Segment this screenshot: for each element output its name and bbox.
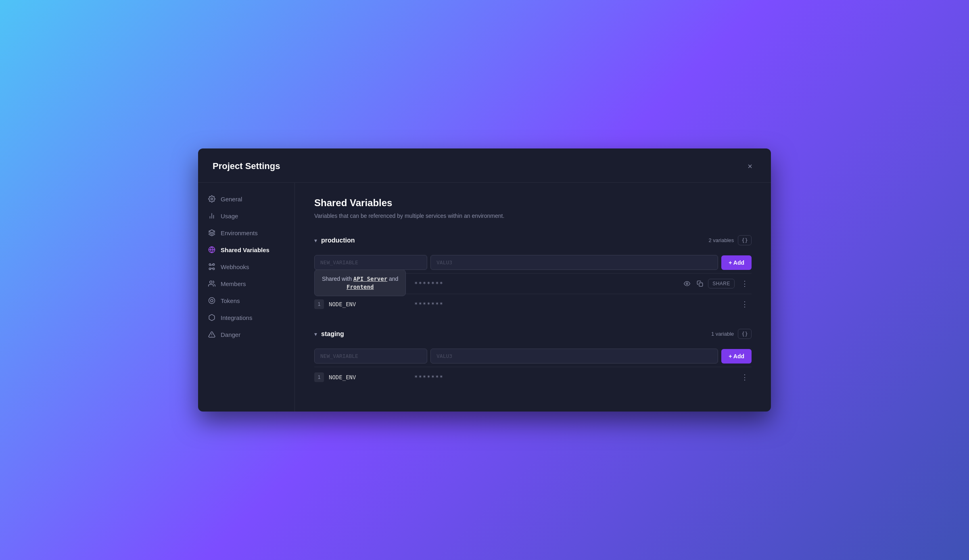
close-button[interactable]: × bbox=[743, 160, 756, 173]
sidebar-item-environments[interactable]: Environments bbox=[198, 225, 294, 241]
env-section-staging: ▾ staging 1 variable {} + Add 1 NODE_ENV… bbox=[314, 324, 752, 387]
env-json-button-staging[interactable]: {} bbox=[738, 329, 752, 339]
sidebar-label-general: General bbox=[221, 196, 242, 203]
shared-with-tooltip: Shared with API Server and Frontend bbox=[314, 270, 406, 296]
sidebar-item-shared-variables[interactable]: Shared Variables bbox=[198, 242, 294, 258]
layers-icon bbox=[208, 229, 216, 237]
modal-body: General Usage Environments bbox=[198, 183, 771, 412]
svg-point-13 bbox=[211, 299, 213, 302]
svg-point-11 bbox=[210, 281, 212, 283]
bar-chart-icon bbox=[208, 212, 216, 220]
sidebar-label-tokens: Tokens bbox=[221, 297, 240, 304]
var-name: NODE_ENV bbox=[329, 301, 409, 307]
table-row: 2 DISCORD_KEY ******* bbox=[314, 273, 752, 294]
new-variable-value-input-production[interactable] bbox=[430, 255, 718, 270]
svg-point-8 bbox=[209, 268, 211, 270]
sidebar-item-danger[interactable]: Danger bbox=[198, 326, 294, 343]
svg-point-16 bbox=[686, 283, 688, 284]
sidebar-label-integrations: Integrations bbox=[221, 314, 252, 321]
main-content: Shared Variables Variables that can be r… bbox=[295, 183, 771, 412]
tooltip-text-mid: and bbox=[387, 276, 398, 282]
gear-icon bbox=[208, 195, 216, 203]
project-settings-modal: Project Settings × General bbox=[198, 148, 771, 412]
sidebar-item-webhooks[interactable]: Webhooks bbox=[198, 259, 294, 275]
var-actions: SHARE ⋮ bbox=[682, 278, 752, 290]
svg-point-0 bbox=[211, 198, 213, 200]
sidebar: General Usage Environments bbox=[198, 183, 295, 412]
sidebar-item-tokens[interactable]: Tokens bbox=[198, 293, 294, 309]
sidebar-item-general[interactable]: General bbox=[198, 191, 294, 207]
svg-point-9 bbox=[213, 268, 215, 270]
alert-triangle-icon bbox=[208, 330, 216, 339]
var-index: 1 bbox=[314, 299, 324, 309]
chevron-down-icon[interactable]: ▾ bbox=[314, 237, 317, 244]
var-value: ******* bbox=[414, 280, 677, 287]
sidebar-item-integrations[interactable]: Integrations bbox=[198, 309, 294, 326]
tooltip-text-prefix: Shared with bbox=[322, 276, 353, 282]
env-header-production: ▾ production 2 variables {} bbox=[314, 230, 752, 250]
tooltip-service1[interactable]: API Server bbox=[353, 276, 387, 282]
env-count-production: 2 variables bbox=[708, 237, 734, 243]
new-variable-name-input-staging[interactable] bbox=[314, 349, 427, 364]
var-index: 1 bbox=[314, 372, 324, 382]
box-icon bbox=[208, 313, 216, 322]
svg-point-10 bbox=[209, 264, 211, 266]
page-title: Shared Variables bbox=[314, 197, 752, 209]
new-variable-name-input-production[interactable] bbox=[314, 255, 427, 270]
svg-rect-17 bbox=[699, 283, 703, 286]
var-actions: ⋮ bbox=[738, 371, 752, 383]
env-count-staging: 1 variable bbox=[711, 331, 734, 337]
sidebar-item-usage[interactable]: Usage bbox=[198, 208, 294, 224]
table-row: 1 NODE_ENV ******* ⋮ bbox=[314, 367, 752, 387]
copy-icon[interactable] bbox=[695, 279, 705, 288]
sidebar-item-members[interactable]: Members bbox=[198, 276, 294, 292]
svg-point-12 bbox=[209, 298, 215, 304]
var-name: NODE_ENV bbox=[329, 374, 409, 380]
add-row-staging: + Add bbox=[314, 349, 752, 364]
env-name-staging: staging bbox=[321, 330, 707, 338]
users-icon bbox=[208, 280, 216, 288]
webhook-icon bbox=[208, 263, 216, 271]
svg-marker-4 bbox=[209, 230, 215, 233]
more-options-button[interactable]: ⋮ bbox=[738, 371, 752, 383]
env-json-button-production[interactable]: {} bbox=[738, 235, 752, 245]
env-name-production: production bbox=[321, 237, 704, 244]
more-options-button[interactable]: ⋮ bbox=[738, 298, 752, 310]
var-value: ******* bbox=[414, 374, 733, 380]
sidebar-label-danger: Danger bbox=[221, 331, 240, 338]
modal-header: Project Settings × bbox=[198, 148, 771, 183]
var-actions: ⋮ bbox=[738, 298, 752, 310]
page-description: Variables that can be referenced by mult… bbox=[314, 213, 752, 219]
sidebar-label-webhooks: Webhooks bbox=[221, 263, 249, 270]
chevron-down-icon[interactable]: ▾ bbox=[314, 331, 317, 337]
add-button-production[interactable]: + Add bbox=[721, 255, 752, 270]
share-button[interactable]: SHARE bbox=[708, 279, 735, 288]
add-button-staging[interactable]: + Add bbox=[721, 349, 752, 364]
var-value: ******* bbox=[414, 301, 733, 307]
env-section-production: ▾ production 2 variables {} + Add 2 DISC… bbox=[314, 230, 752, 314]
sidebar-label-environments: Environments bbox=[221, 230, 258, 236]
add-row-production: + Add bbox=[314, 255, 752, 270]
table-row: 1 NODE_ENV ******* ⋮ bbox=[314, 294, 752, 314]
more-options-button[interactable]: ⋮ bbox=[738, 278, 752, 290]
token-icon bbox=[208, 297, 216, 305]
sidebar-label-shared-variables: Shared Variables bbox=[221, 247, 269, 253]
modal-title: Project Settings bbox=[213, 161, 280, 171]
env-header-staging: ▾ staging 1 variable {} bbox=[314, 324, 752, 344]
sidebar-label-usage: Usage bbox=[221, 213, 238, 219]
tooltip-service2[interactable]: Frontend bbox=[322, 284, 398, 290]
new-variable-value-input-staging[interactable] bbox=[430, 349, 718, 364]
sidebar-label-members: Members bbox=[221, 280, 246, 287]
eye-icon[interactable] bbox=[682, 279, 692, 288]
globe-icon bbox=[208, 246, 216, 254]
svg-point-7 bbox=[213, 264, 215, 266]
